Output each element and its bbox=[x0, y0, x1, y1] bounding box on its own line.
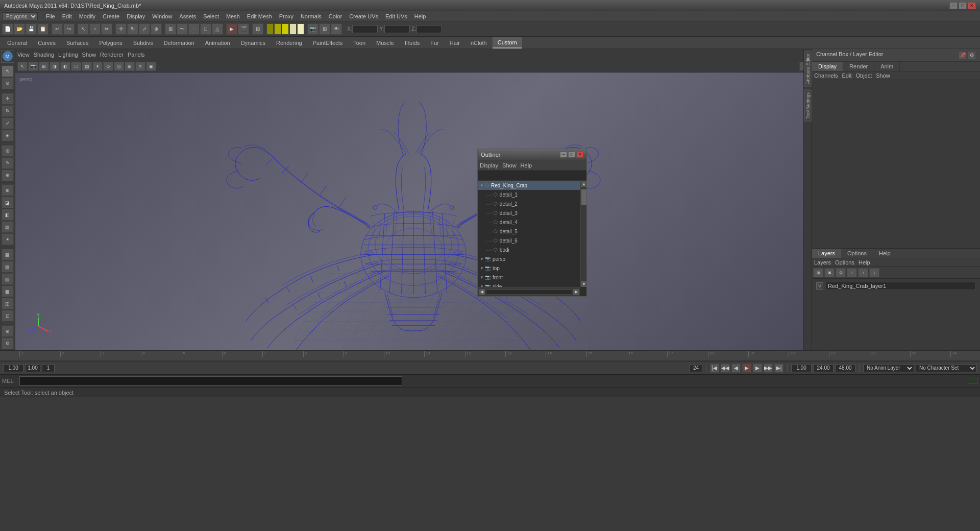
layer-menu-help[interactable]: Help bbox=[859, 259, 870, 266]
universal-manip-btn[interactable]: ⊕ bbox=[151, 23, 162, 35]
scale-btn[interactable]: ⤢ bbox=[139, 23, 150, 35]
tab-rendering[interactable]: Rendering bbox=[271, 37, 307, 49]
light-btn[interactable]: ☀ bbox=[2, 233, 14, 245]
menu-modify[interactable]: Modify bbox=[76, 12, 99, 20]
undo-btn[interactable]: ↩ bbox=[52, 23, 63, 35]
texture-btn[interactable]: ▤ bbox=[2, 221, 14, 233]
character-set-select[interactable]: No Character Set bbox=[916, 364, 977, 372]
scroll-left-btn[interactable]: ◀ bbox=[479, 289, 485, 295]
outliner-maximize-btn[interactable]: □ bbox=[568, 152, 575, 158]
vp-hud-btn[interactable]: ≡ bbox=[135, 62, 145, 71]
move-tool-btn[interactable]: ✛ bbox=[2, 93, 14, 105]
outliner-item-front[interactable]: ▼ 📷 front bbox=[478, 273, 586, 282]
menu-create-uvs[interactable]: Create UVs bbox=[346, 12, 381, 20]
vp-smooth-btn[interactable]: ◑ bbox=[50, 62, 60, 71]
range-end-field[interactable] bbox=[690, 364, 702, 372]
play-btn[interactable]: ▶ bbox=[742, 364, 751, 373]
outliner-menu-help[interactable]: Help bbox=[521, 162, 532, 168]
menu-proxy[interactable]: Proxy bbox=[276, 12, 297, 20]
light2-btn[interactable] bbox=[274, 23, 281, 35]
layer-menu-layers[interactable]: Layers bbox=[814, 259, 831, 266]
viewport-menu-view[interactable]: View bbox=[17, 52, 30, 58]
tab-polygons[interactable]: Polygons bbox=[94, 37, 127, 49]
minimize-button[interactable]: ─ bbox=[949, 2, 958, 9]
next-key-btn[interactable]: ▶▶ bbox=[764, 364, 773, 373]
layer-up-btn[interactable]: ↑ bbox=[858, 268, 868, 277]
layer-sort-btn[interactable]: ↕ bbox=[847, 268, 857, 277]
z-field[interactable] bbox=[416, 25, 442, 33]
move-btn[interactable]: ✛ bbox=[115, 23, 127, 35]
tab-hair[interactable]: Hair bbox=[445, 37, 465, 49]
menu-assets[interactable]: Assets bbox=[176, 12, 199, 20]
wireframe-btn[interactable]: ⊞ bbox=[2, 184, 14, 196]
new-layer-btn[interactable]: ⊞ bbox=[813, 268, 823, 277]
pin-icon[interactable]: 📌 bbox=[959, 51, 967, 59]
layer5-btn[interactable]: ◫ bbox=[2, 298, 14, 309]
cb-tab-anim[interactable]: Anim bbox=[874, 62, 900, 71]
render-btn[interactable]: ▶ bbox=[226, 23, 237, 35]
viewport-menu-show[interactable]: Show bbox=[82, 52, 96, 58]
vp-shadow-btn[interactable]: ⊙ bbox=[103, 62, 113, 71]
menu-help[interactable]: Help bbox=[411, 12, 429, 20]
tool-settings-tab[interactable]: Tool Settings bbox=[804, 90, 812, 122]
paint-btn[interactable]: ✏ bbox=[101, 23, 112, 35]
tab-deformation[interactable]: Deformation bbox=[159, 37, 200, 49]
play-end-btn[interactable]: ▶| bbox=[774, 364, 783, 373]
layer-btn[interactable]: ▦ bbox=[2, 249, 14, 260]
vp-boundbox-btn[interactable]: □ bbox=[71, 62, 81, 71]
x-field[interactable] bbox=[352, 25, 378, 33]
settings-icon[interactable]: ⚙ bbox=[968, 51, 976, 59]
next-frame-btn[interactable]: ▶ bbox=[753, 364, 762, 373]
vp-camera-btn[interactable]: 📷 bbox=[28, 62, 38, 71]
rotate-btn[interactable]: ↻ bbox=[127, 23, 138, 35]
menu-color[interactable]: Color bbox=[326, 12, 345, 20]
vp-texture-btn[interactable]: ▤ bbox=[82, 62, 92, 71]
attribute-editor-tab[interactable]: Attribute Editor bbox=[804, 51, 812, 87]
vp-isolate-btn[interactable]: ◉ bbox=[146, 62, 156, 71]
snap-point-btn[interactable]: · bbox=[188, 23, 200, 35]
outliner-item-detail_3[interactable]: —○ ⬡ detail_3 bbox=[478, 208, 586, 218]
range-start-field[interactable] bbox=[42, 364, 55, 372]
mel-input-field[interactable] bbox=[19, 376, 402, 385]
menu-edit[interactable]: Edit bbox=[59, 12, 75, 20]
show-manip-btn[interactable]: ⊞ bbox=[252, 23, 263, 35]
viewport-menu-shading[interactable]: Shading bbox=[34, 52, 54, 58]
layer-menu-options[interactable]: Options bbox=[835, 259, 854, 266]
layer6-btn[interactable]: ⊡ bbox=[2, 310, 14, 322]
tab-toon[interactable]: Toon bbox=[348, 37, 371, 49]
outliner-minimize-btn[interactable]: ─ bbox=[560, 152, 567, 158]
layout-btn[interactable]: ⊞ bbox=[319, 23, 330, 35]
soft-mod-btn[interactable]: ◎ bbox=[2, 145, 14, 157]
vp-ao-btn[interactable]: ◎ bbox=[114, 62, 124, 71]
vp-light-btn[interactable]: ☀ bbox=[92, 62, 103, 71]
delete-layer-btn[interactable]: ✖ bbox=[824, 268, 835, 277]
vp-grid-btn[interactable]: ⊞ bbox=[125, 62, 135, 71]
cb-menu-object[interactable]: Object bbox=[855, 73, 872, 79]
light5-btn[interactable] bbox=[297, 23, 304, 35]
outliner-item-detail_1[interactable]: —○ ⬡ detail_1 bbox=[478, 190, 586, 199]
layer-options-btn[interactable]: ⚙ bbox=[836, 268, 846, 277]
total-end-field[interactable] bbox=[835, 364, 855, 372]
tab-general[interactable]: General bbox=[2, 37, 32, 49]
end-range-field[interactable] bbox=[791, 364, 812, 372]
open-scene-btn[interactable]: 📂 bbox=[14, 23, 25, 35]
select-tool-btn[interactable]: ↖ bbox=[2, 65, 14, 77]
snap-grid-btn[interactable]: ⊞ bbox=[165, 23, 176, 35]
outliner-item-detail_5[interactable]: —○ ⬡ detail_5 bbox=[478, 227, 586, 236]
scroll-up-btn[interactable]: ▲ bbox=[581, 181, 587, 187]
cb-tab-render[interactable]: Render bbox=[843, 62, 874, 71]
view-btn[interactable]: 👁 bbox=[331, 23, 342, 35]
menu-select[interactable]: Select bbox=[200, 12, 222, 20]
save-as-btn[interactable]: 📋 bbox=[37, 23, 48, 35]
layer-down-btn[interactable]: ↓ bbox=[869, 268, 879, 277]
outliner-item-top[interactable]: ▼ 📷 top bbox=[478, 263, 586, 273]
scale-tool-btn[interactable]: ⤢ bbox=[2, 117, 14, 129]
ipr-btn[interactable]: 🎬 bbox=[238, 23, 249, 35]
snap-live-btn[interactable]: △ bbox=[212, 23, 223, 35]
timeline-ruler[interactable]: 123456789101112131415161718192021222324 bbox=[0, 351, 980, 361]
layer3-btn[interactable]: ▨ bbox=[2, 273, 14, 285]
outliner-item-detail_4[interactable]: —○ ⬡ detail_4 bbox=[478, 218, 586, 227]
layer-tab-display[interactable]: Layers bbox=[812, 249, 841, 258]
current-frame-field[interactable] bbox=[3, 364, 23, 372]
menu-edit-uvs[interactable]: Edit UVs bbox=[382, 12, 410, 20]
